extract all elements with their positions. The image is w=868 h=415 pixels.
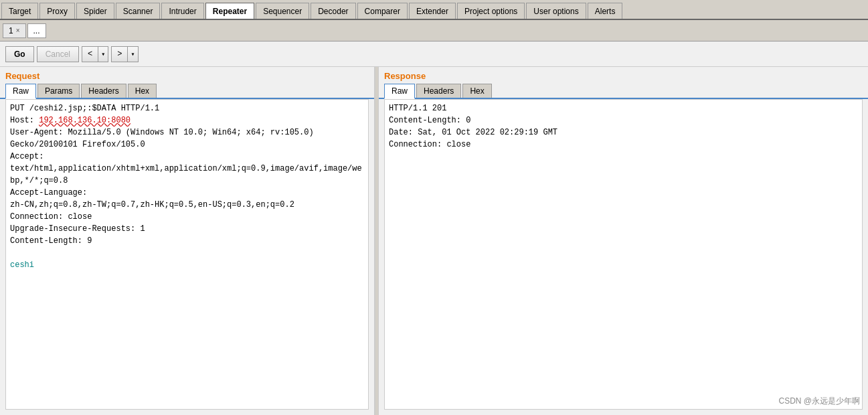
back-arrow[interactable]: ▾ [98,47,108,62]
request-line: bp,*/*;q=0.8 [10,176,68,185]
tab-intruder[interactable]: Intruder [161,3,203,19]
response-panel: Response RawHeadersHex HTTP/1.1 201 Cont… [379,67,868,415]
tab-alerts[interactable]: Alerts [588,3,623,19]
response-line: HTTP/1.1 201 [389,104,446,113]
request-line: Accept-Language: [10,188,87,197]
forward-button[interactable]: > [112,47,128,62]
tab-user-options[interactable]: User options [526,3,586,19]
request-line: Accept: [10,152,44,161]
tab-project-options[interactable]: Project options [457,3,525,19]
tab-decoder[interactable]: Decoder [311,3,355,19]
main-tab-bar: TargetProxySpiderScannerIntruderRepeater… [0,0,868,20]
tab-scanner[interactable]: Scanner [116,3,161,19]
go-button[interactable]: Go [5,46,34,62]
response-line: Content-Length: 0 [389,116,470,125]
tab-comparer[interactable]: Comparer [357,3,408,19]
main-content: Request RawParamsHeadersHex PUT /ceshi2.… [0,67,868,415]
request-line: PUT /ceshi2.jsp;:$DATA HTTP/1.1 [10,104,159,113]
request-line: Upgrade-Insecure-Requests: 1 [10,224,145,234]
request-line: Gecko/20100101 Firefox/105.0 [10,140,145,149]
response-content[interactable]: HTTP/1.1 201 Content-Length: 0 Date: Sat… [384,99,863,410]
response-tab-hex[interactable]: Hex [462,84,491,98]
tab-sequencer[interactable]: Sequencer [256,3,309,19]
request-tabs: RawParamsHeadersHex [0,84,374,99]
request-line: text/html,application/xhtml+xml,applicat… [10,164,362,173]
request-tab-hex[interactable]: Hex [128,84,157,98]
tab-proxy[interactable]: Proxy [39,3,75,19]
repeater-tab-bar: 1×... [0,20,868,42]
repeater-toolbar: Go Cancel < ▾ > ▾ [0,42,868,67]
response-tab-headers[interactable]: Headers [416,84,461,98]
tab-repeater[interactable]: Repeater [205,3,254,19]
request-tab-headers[interactable]: Headers [81,84,126,98]
request-tab-raw[interactable]: Raw [5,84,36,99]
response-line: Connection: close [389,140,470,149]
back-button[interactable]: < [82,47,98,62]
watermark: CSDN @永远是少年啊 [778,396,860,407]
forward-nav[interactable]: > ▾ [111,46,138,62]
request-line: User-Agent: Mozilla/5.0 (Windows NT 10.0… [10,128,314,137]
request-title: Request [0,67,374,84]
forward-arrow[interactable]: ▾ [128,47,137,62]
sub-tab-1[interactable]: 1× [3,23,26,38]
response-tabs: RawHeadersHex [379,84,868,99]
tab-spider[interactable]: Spider [76,3,114,19]
request-content[interactable]: PUT /ceshi2.jsp;:$DATA HTTP/1.1 Host: 19… [5,99,369,410]
request-panel: Request RawParamsHeadersHex PUT /ceshi2.… [0,67,375,415]
request-line: Connection: close [10,212,92,222]
response-title: Response [379,67,868,84]
tab-target[interactable]: Target [1,3,38,19]
request-line: zh-CN,zh;q=0.8,zh-TW;q=0.7,zh-HK;q=0.5,e… [10,200,294,210]
tab-extender[interactable]: Extender [409,3,456,19]
request-line: Host: 192.168.136.10:8080 [10,116,131,125]
request-line: ceshi [10,260,34,270]
sub-tab-...[interactable]: ... [27,23,46,38]
cancel-button[interactable]: Cancel [37,46,79,62]
response-tab-raw[interactable]: Raw [384,84,415,99]
back-nav[interactable]: < ▾ [82,46,108,62]
request-tab-params[interactable]: Params [37,84,80,98]
response-line: Date: Sat, 01 Oct 2022 02:29:19 GMT [389,128,557,137]
request-line: Content-Length: 9 [10,236,92,246]
